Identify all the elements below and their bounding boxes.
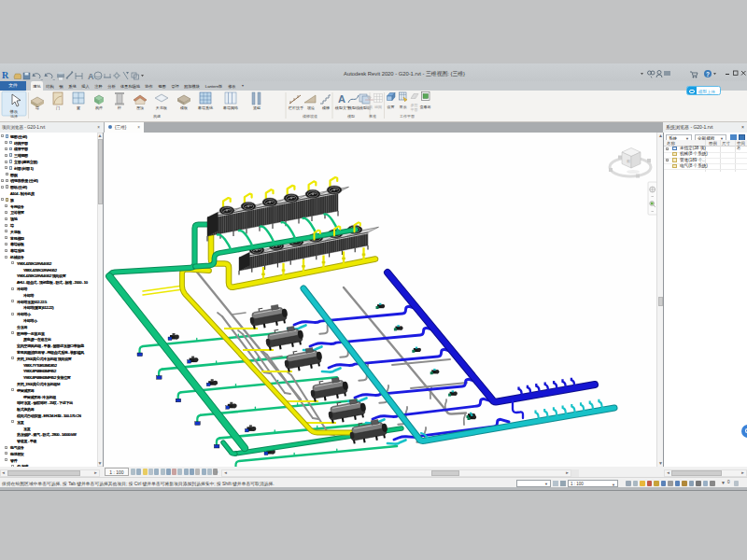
svg-text:前: 前 — [627, 159, 630, 163]
svg-text:模型: 模型 — [347, 114, 355, 119]
svg-text:A: A — [338, 93, 345, 105]
svg-text:柱: 柱 — [117, 105, 121, 110]
svg-text:天花板: 天花板 — [156, 105, 167, 110]
svg-text:门: 门 — [56, 105, 60, 110]
svg-text:楼梯坡道: 楼梯坡道 — [303, 114, 317, 119]
svg-text:设置: 设置 — [388, 105, 395, 109]
svg-text:?: ? — [706, 71, 710, 77]
svg-text:平面: 平面 — [411, 107, 418, 112]
svg-text:栏杆扶手: 栏杆扶手 — [289, 105, 304, 110]
svg-text:幕墙系统: 幕墙系统 — [198, 105, 214, 110]
svg-text:幕墙网格: 幕墙网格 — [223, 105, 238, 110]
svg-text:查看器: 查看器 — [420, 105, 431, 109]
svg-text:A: A — [88, 72, 94, 80]
svg-text:墙: 墙 — [35, 105, 39, 110]
svg-text:选择: 选择 — [10, 114, 18, 119]
svg-text:坡道: 坡道 — [306, 105, 315, 110]
svg-text:模型线: 模型线 — [348, 105, 359, 110]
svg-text:轴网: 轴网 — [374, 105, 382, 109]
svg-text:楼梯: 楼梯 — [322, 105, 330, 110]
svg-text:屋顶: 屋顶 — [136, 105, 144, 110]
svg-text:工作平面: 工作平面 — [400, 114, 415, 119]
svg-text:基准: 基准 — [369, 114, 376, 119]
svg-text:R: R — [2, 70, 9, 80]
svg-text:楼板: 楼板 — [180, 105, 188, 110]
svg-text:竖梃: 竖梃 — [253, 105, 261, 110]
